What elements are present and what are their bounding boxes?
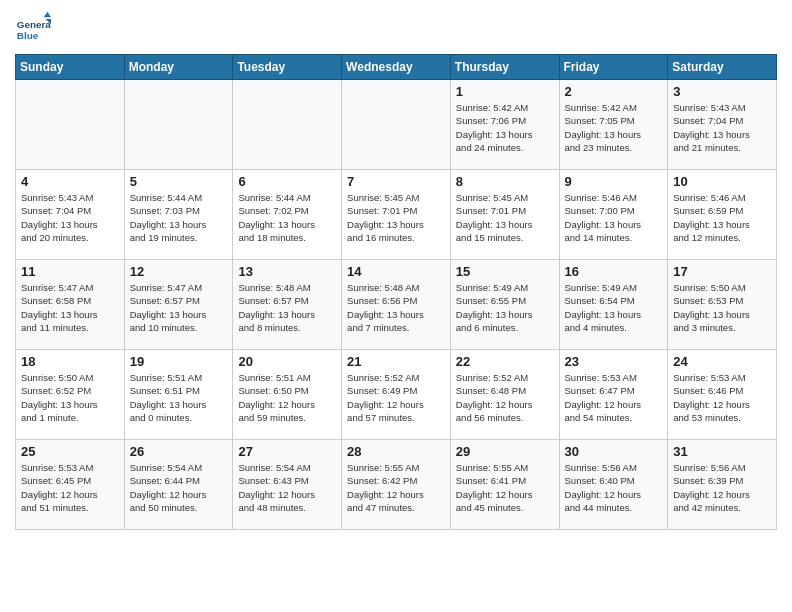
day-info: Sunrise: 5:47 AM Sunset: 6:57 PM Dayligh… <box>130 281 228 334</box>
day-info: Sunrise: 5:55 AM Sunset: 6:42 PM Dayligh… <box>347 461 445 514</box>
day-info: Sunrise: 5:52 AM Sunset: 6:49 PM Dayligh… <box>347 371 445 424</box>
calendar-cell <box>342 80 451 170</box>
calendar-cell: 9Sunrise: 5:46 AM Sunset: 7:00 PM Daylig… <box>559 170 668 260</box>
calendar-cell: 11Sunrise: 5:47 AM Sunset: 6:58 PM Dayli… <box>16 260 125 350</box>
calendar-table: SundayMondayTuesdayWednesdayThursdayFrid… <box>15 54 777 530</box>
day-info: Sunrise: 5:44 AM Sunset: 7:02 PM Dayligh… <box>238 191 336 244</box>
day-number: 23 <box>565 354 663 369</box>
calendar-cell: 15Sunrise: 5:49 AM Sunset: 6:55 PM Dayli… <box>450 260 559 350</box>
calendar-cell: 4Sunrise: 5:43 AM Sunset: 7:04 PM Daylig… <box>16 170 125 260</box>
day-header-wednesday: Wednesday <box>342 55 451 80</box>
calendar-cell <box>16 80 125 170</box>
calendar-cell: 28Sunrise: 5:55 AM Sunset: 6:42 PM Dayli… <box>342 440 451 530</box>
logo: General Blue <box>15 10 55 46</box>
day-info: Sunrise: 5:52 AM Sunset: 6:48 PM Dayligh… <box>456 371 554 424</box>
day-info: Sunrise: 5:56 AM Sunset: 6:40 PM Dayligh… <box>565 461 663 514</box>
day-info: Sunrise: 5:49 AM Sunset: 6:55 PM Dayligh… <box>456 281 554 334</box>
day-info: Sunrise: 5:44 AM Sunset: 7:03 PM Dayligh… <box>130 191 228 244</box>
calendar-cell: 21Sunrise: 5:52 AM Sunset: 6:49 PM Dayli… <box>342 350 451 440</box>
day-info: Sunrise: 5:55 AM Sunset: 6:41 PM Dayligh… <box>456 461 554 514</box>
day-number: 1 <box>456 84 554 99</box>
calendar-cell: 16Sunrise: 5:49 AM Sunset: 6:54 PM Dayli… <box>559 260 668 350</box>
day-info: Sunrise: 5:51 AM Sunset: 6:51 PM Dayligh… <box>130 371 228 424</box>
calendar-cell: 30Sunrise: 5:56 AM Sunset: 6:40 PM Dayli… <box>559 440 668 530</box>
calendar-cell: 18Sunrise: 5:50 AM Sunset: 6:52 PM Dayli… <box>16 350 125 440</box>
day-number: 28 <box>347 444 445 459</box>
day-number: 9 <box>565 174 663 189</box>
calendar-cell: 2Sunrise: 5:42 AM Sunset: 7:05 PM Daylig… <box>559 80 668 170</box>
day-info: Sunrise: 5:54 AM Sunset: 6:43 PM Dayligh… <box>238 461 336 514</box>
day-number: 5 <box>130 174 228 189</box>
day-info: Sunrise: 5:48 AM Sunset: 6:56 PM Dayligh… <box>347 281 445 334</box>
day-info: Sunrise: 5:43 AM Sunset: 7:04 PM Dayligh… <box>21 191 119 244</box>
page-header: General Blue <box>15 10 777 46</box>
day-header-saturday: Saturday <box>668 55 777 80</box>
logo-icon: General Blue <box>15 10 51 46</box>
calendar-cell: 7Sunrise: 5:45 AM Sunset: 7:01 PM Daylig… <box>342 170 451 260</box>
day-info: Sunrise: 5:42 AM Sunset: 7:05 PM Dayligh… <box>565 101 663 154</box>
day-number: 4 <box>21 174 119 189</box>
calendar-cell <box>233 80 342 170</box>
calendar-cell: 27Sunrise: 5:54 AM Sunset: 6:43 PM Dayli… <box>233 440 342 530</box>
day-info: Sunrise: 5:45 AM Sunset: 7:01 PM Dayligh… <box>347 191 445 244</box>
week-row-3: 11Sunrise: 5:47 AM Sunset: 6:58 PM Dayli… <box>16 260 777 350</box>
day-number: 13 <box>238 264 336 279</box>
day-info: Sunrise: 5:48 AM Sunset: 6:57 PM Dayligh… <box>238 281 336 334</box>
week-row-4: 18Sunrise: 5:50 AM Sunset: 6:52 PM Dayli… <box>16 350 777 440</box>
day-number: 27 <box>238 444 336 459</box>
svg-text:Blue: Blue <box>17 30 39 41</box>
calendar-cell: 12Sunrise: 5:47 AM Sunset: 6:57 PM Dayli… <box>124 260 233 350</box>
calendar-cell: 8Sunrise: 5:45 AM Sunset: 7:01 PM Daylig… <box>450 170 559 260</box>
day-info: Sunrise: 5:53 AM Sunset: 6:46 PM Dayligh… <box>673 371 771 424</box>
day-header-thursday: Thursday <box>450 55 559 80</box>
calendar-cell: 25Sunrise: 5:53 AM Sunset: 6:45 PM Dayli… <box>16 440 125 530</box>
day-number: 26 <box>130 444 228 459</box>
week-row-5: 25Sunrise: 5:53 AM Sunset: 6:45 PM Dayli… <box>16 440 777 530</box>
calendar-cell: 1Sunrise: 5:42 AM Sunset: 7:06 PM Daylig… <box>450 80 559 170</box>
svg-marker-2 <box>44 12 51 17</box>
week-row-1: 1Sunrise: 5:42 AM Sunset: 7:06 PM Daylig… <box>16 80 777 170</box>
calendar-cell: 29Sunrise: 5:55 AM Sunset: 6:41 PM Dayli… <box>450 440 559 530</box>
day-info: Sunrise: 5:54 AM Sunset: 6:44 PM Dayligh… <box>130 461 228 514</box>
calendar-cell: 3Sunrise: 5:43 AM Sunset: 7:04 PM Daylig… <box>668 80 777 170</box>
day-number: 17 <box>673 264 771 279</box>
day-number: 6 <box>238 174 336 189</box>
day-number: 10 <box>673 174 771 189</box>
day-number: 25 <box>21 444 119 459</box>
day-header-tuesday: Tuesday <box>233 55 342 80</box>
calendar-cell: 5Sunrise: 5:44 AM Sunset: 7:03 PM Daylig… <box>124 170 233 260</box>
day-number: 7 <box>347 174 445 189</box>
calendar-cell: 10Sunrise: 5:46 AM Sunset: 6:59 PM Dayli… <box>668 170 777 260</box>
calendar-cell: 13Sunrise: 5:48 AM Sunset: 6:57 PM Dayli… <box>233 260 342 350</box>
calendar-cell: 14Sunrise: 5:48 AM Sunset: 6:56 PM Dayli… <box>342 260 451 350</box>
calendar-cell: 24Sunrise: 5:53 AM Sunset: 6:46 PM Dayli… <box>668 350 777 440</box>
day-info: Sunrise: 5:56 AM Sunset: 6:39 PM Dayligh… <box>673 461 771 514</box>
day-number: 29 <box>456 444 554 459</box>
day-number: 12 <box>130 264 228 279</box>
day-number: 24 <box>673 354 771 369</box>
day-number: 19 <box>130 354 228 369</box>
day-number: 2 <box>565 84 663 99</box>
day-info: Sunrise: 5:43 AM Sunset: 7:04 PM Dayligh… <box>673 101 771 154</box>
week-row-2: 4Sunrise: 5:43 AM Sunset: 7:04 PM Daylig… <box>16 170 777 260</box>
day-number: 21 <box>347 354 445 369</box>
calendar-cell: 6Sunrise: 5:44 AM Sunset: 7:02 PM Daylig… <box>233 170 342 260</box>
calendar-cell: 20Sunrise: 5:51 AM Sunset: 6:50 PM Dayli… <box>233 350 342 440</box>
day-number: 8 <box>456 174 554 189</box>
day-info: Sunrise: 5:49 AM Sunset: 6:54 PM Dayligh… <box>565 281 663 334</box>
day-number: 16 <box>565 264 663 279</box>
day-number: 11 <box>21 264 119 279</box>
day-number: 18 <box>21 354 119 369</box>
calendar-cell <box>124 80 233 170</box>
day-header-friday: Friday <box>559 55 668 80</box>
svg-text:General: General <box>17 19 51 30</box>
day-number: 3 <box>673 84 771 99</box>
day-info: Sunrise: 5:53 AM Sunset: 6:45 PM Dayligh… <box>21 461 119 514</box>
day-number: 15 <box>456 264 554 279</box>
day-header-sunday: Sunday <box>16 55 125 80</box>
day-number: 14 <box>347 264 445 279</box>
calendar-cell: 26Sunrise: 5:54 AM Sunset: 6:44 PM Dayli… <box>124 440 233 530</box>
calendar-cell: 22Sunrise: 5:52 AM Sunset: 6:48 PM Dayli… <box>450 350 559 440</box>
day-header-monday: Monday <box>124 55 233 80</box>
calendar-cell: 19Sunrise: 5:51 AM Sunset: 6:51 PM Dayli… <box>124 350 233 440</box>
